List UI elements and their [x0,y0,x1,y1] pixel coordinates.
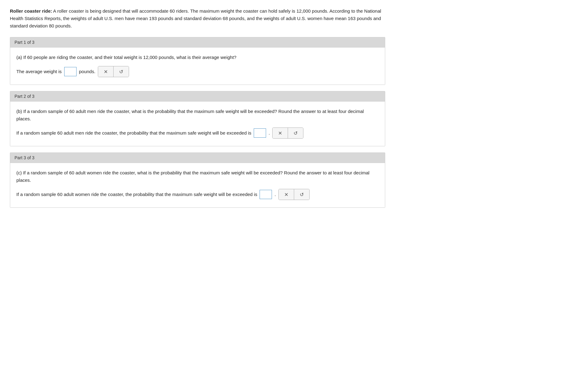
period-2: . [269,129,270,137]
part-header-3: Part 3 of 3 [10,153,385,163]
answer-row-2: If a random sample 60 adult men ride the… [16,127,379,139]
answer-input-2[interactable] [254,128,266,138]
answer-input-3[interactable] [260,190,272,199]
answer-row-1: The average weight ispounds.✕↺ [16,66,379,77]
part-body-3: (c) If a random sample of 60 adult women… [10,163,385,207]
reset-button-1[interactable]: ↺ [114,66,129,77]
intro-text: A roller coaster is being designed that … [10,8,381,28]
question-text-1: (a) If 60 people are riding the coaster,… [16,54,379,61]
question-text-2: (b) If a random sample of 60 adult men r… [16,108,379,123]
action-buttons-2: ✕↺ [272,127,303,139]
clear-button-2[interactable]: ✕ [273,128,288,138]
part-section-3: Part 3 of 3(c) If a random sample of 60 … [10,152,385,208]
reset-button-2[interactable]: ↺ [288,128,303,138]
reset-button-3[interactable]: ↺ [294,189,309,200]
part-header-1: Part 1 of 3 [10,37,385,48]
part-section-2: Part 2 of 3(b) If a random sample of 60 … [10,91,385,146]
answer-row-3: If a random sample 60 adult women ride t… [16,189,379,200]
intro-paragraph: Roller coaster ride: A roller coaster is… [10,7,385,30]
answer-prefix-3: If a random sample 60 adult women ride t… [16,191,257,198]
intro-bold: Roller coaster ride: [10,8,52,14]
part-header-2: Part 2 of 3 [10,91,385,102]
part-section-1: Part 1 of 3(a) If 60 people are riding t… [10,37,385,85]
answer-prefix-2: If a random sample 60 adult men ride the… [16,129,251,137]
part-body-1: (a) If 60 people are riding the coaster,… [10,48,385,85]
answer-prefix-1: The average weight is [16,68,62,75]
answer-input-1[interactable] [64,67,77,76]
action-buttons-3: ✕↺ [278,189,310,200]
question-text-3: (c) If a random sample of 60 adult women… [16,169,379,184]
clear-button-3[interactable]: ✕ [279,189,294,200]
part-body-2: (b) If a random sample of 60 adult men r… [10,102,385,146]
answer-suffix-1: pounds. [79,68,95,75]
clear-button-1[interactable]: ✕ [98,66,113,77]
period-3: . [274,191,276,198]
action-buttons-1: ✕↺ [98,66,129,77]
